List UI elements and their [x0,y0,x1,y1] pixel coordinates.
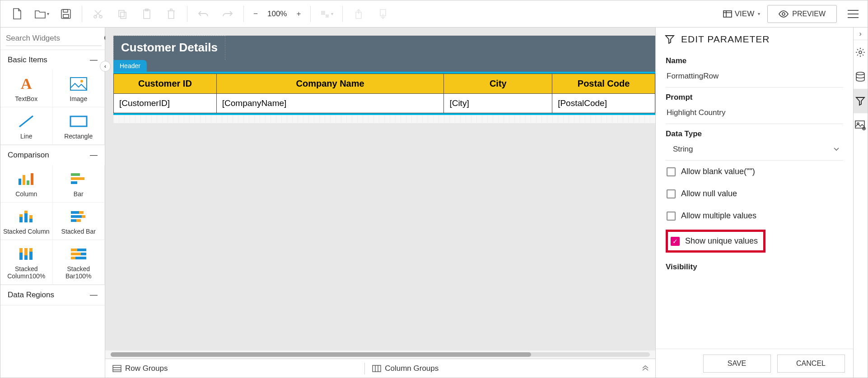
image-manager-button[interactable] [854,113,868,138]
widget-bar[interactable]: Bar [53,165,105,203]
widget-image[interactable]: Image [53,70,105,107]
data-button[interactable] [854,65,868,89]
svg-rect-41 [24,248,28,255]
category-data-regions[interactable]: Data Regions — [0,285,105,305]
widget-textbox[interactable]: A TextBox [0,70,53,107]
horizontal-scrollbar[interactable] [105,350,655,359]
svg-point-17 [80,80,83,83]
widget-rectangle[interactable]: Rectangle [53,107,105,145]
top-toolbar: ▾ − 100% + ▾ VIEW ▾ [0,0,868,28]
separator [310,6,311,22]
svg-rect-43 [29,248,33,252]
widget-label: Stacked Column [3,228,50,235]
panel-title: EDIT PARAMETER [681,34,770,45]
table-cell[interactable]: [CustomerID] [114,94,217,113]
widget-stacked-column[interactable]: Stacked Column [0,203,53,240]
category-label: Basic Items [8,55,47,65]
svg-rect-9 [321,11,325,15]
widget-stacked-bar-100[interactable]: Stacked Bar100% [53,240,105,285]
category-basic-items[interactable]: Basic Items — [0,50,105,70]
table-cell[interactable]: [City] [444,94,552,113]
new-file-button[interactable] [6,5,28,23]
svg-rect-21 [27,180,29,185]
prompt-input[interactable]: Highlight Country [666,102,843,124]
checkbox-label: Allow null value [681,189,737,198]
checkbox-icon [667,189,676,198]
align-button: ▾ [315,5,338,23]
allow-multiple-checkbox[interactable]: Allow multiple values [666,205,843,227]
widget-stacked-column-100[interactable]: Stacked Column100% [0,240,53,285]
name-input[interactable]: FormattingRow [666,65,843,88]
svg-rect-5 [119,10,124,17]
report-body[interactable]: Customer Details Header Customer ID Comp… [113,36,655,123]
bar-chart-icon [70,171,87,187]
svg-rect-49 [71,257,75,259]
svg-rect-36 [71,219,76,222]
widget-line[interactable]: Line [0,107,53,145]
allow-blank-checkbox[interactable]: Allow blank value("") [666,161,843,183]
column-groups-panel[interactable]: Column Groups [365,364,446,373]
svg-rect-2 [63,14,69,18]
table-header[interactable]: Company Name [216,74,444,94]
table-header[interactable]: Customer ID [114,74,217,94]
parameters-button[interactable] [854,89,868,113]
collapse-icon: — [90,290,98,300]
stacked-bar-100-icon [70,246,87,262]
allow-null-checkbox[interactable]: Allow null value [666,183,843,205]
hamburger-menu-button[interactable] [844,5,862,23]
widget-label: Stacked Column100% [2,265,51,280]
header-tag[interactable]: Header [113,60,147,72]
svg-rect-25 [71,181,77,184]
sidebar-collapse-button[interactable]: ‹ [100,61,111,72]
groups-collapse-button[interactable] [635,365,655,372]
checkbox-icon [667,212,676,221]
checkbox-checked-icon: ✓ [671,237,680,246]
svg-rect-20 [23,175,25,185]
save-button[interactable] [55,5,77,23]
search-widgets-input[interactable] [6,31,102,46]
view-dropdown[interactable]: VIEW ▾ [718,9,765,18]
chevron-down-icon: ▾ [47,11,49,16]
show-unique-checkbox[interactable]: ✓ Show unique values [670,234,759,249]
rectangle-icon [70,114,88,129]
rail-expand-button[interactable]: › [854,28,868,40]
table-header[interactable]: City [444,74,552,94]
widget-column[interactable]: Column [0,165,53,203]
open-file-button[interactable]: ▾ [30,5,53,23]
row-groups-label: Row Groups [125,364,168,373]
undo-button [192,5,215,23]
widget-label: Rectangle [64,133,93,140]
checkbox-label: Show unique values [685,236,758,246]
svg-point-53 [856,72,864,75]
row-groups-panel[interactable]: Row Groups [105,364,175,373]
preview-button[interactable]: PREVIEW [767,5,837,23]
zoom-controls: − 100% + [248,5,306,23]
datatype-select[interactable]: String [666,138,843,161]
table-cell[interactable]: [CompanyName] [216,94,444,113]
data-table[interactable]: Customer ID Company Name City Postal Cod… [113,74,655,113]
redo-button [216,5,239,23]
textbox-icon: A [21,76,32,92]
table-cell[interactable]: [PostalCode] [552,94,655,113]
table-header[interactable]: Postal Code [552,74,655,94]
zoom-in-button[interactable]: + [291,5,306,23]
zoom-level: 100% [267,9,287,18]
zoom-out-button[interactable]: − [248,5,263,23]
svg-rect-31 [29,215,33,219]
image-icon [70,76,87,92]
properties-button[interactable] [854,40,868,65]
stacked-bar-icon [70,209,87,224]
svg-rect-10 [326,14,329,18]
design-canvas: Customer Details Header Customer ID Comp… [105,28,655,378]
svg-point-52 [859,51,862,54]
svg-rect-54 [855,121,864,128]
widget-label: Image [70,95,87,102]
svg-rect-50 [113,365,121,372]
parameter-panel: EDIT PARAMETER Name FormattingRow Prompt… [655,28,853,378]
widget-stacked-bar[interactable]: Stacked Bar [53,203,105,240]
svg-rect-18 [70,116,87,126]
save-button[interactable]: SAVE [703,355,771,373]
cancel-button[interactable]: CANCEL [777,355,845,373]
report-title[interactable]: Customer Details [113,36,225,60]
category-comparison[interactable]: Comparison — [0,145,105,165]
